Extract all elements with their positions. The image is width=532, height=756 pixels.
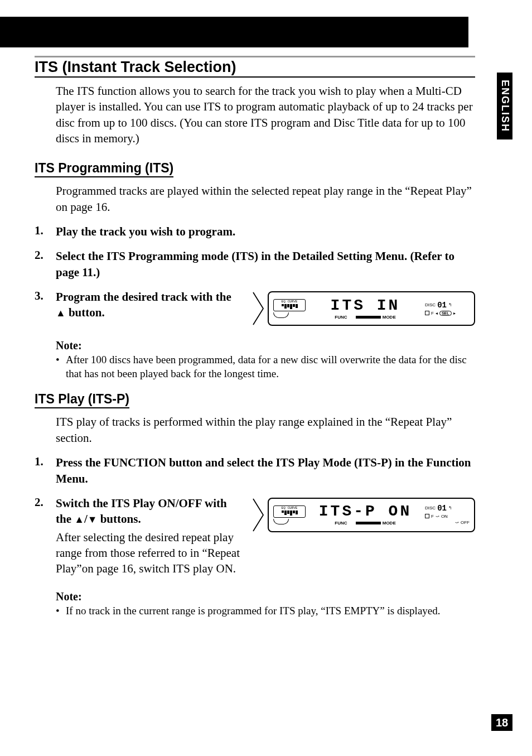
note-text: After 100 discs have been programmed, da… xyxy=(66,353,475,381)
lcd-figure-its-p-on: EQ CURVE ITS-P ON FUNC MODE DISC01↰ xyxy=(251,495,475,532)
its-intro-text: The ITS function allows you to search fo… xyxy=(56,83,475,146)
lcd-f-label: F xyxy=(431,514,434,519)
its-play-note: Note: • If no track in the current range… xyxy=(56,590,475,618)
step-text: Select the ITS Programming mode (ITS) in… xyxy=(56,248,475,280)
its-prog-step-1: 1. Play the track you wish to program. xyxy=(35,224,475,239)
its-programming-intro: Programmed tracks are played within the … xyxy=(56,183,475,215)
step-explain-text: After selecting the desired repeat play … xyxy=(56,529,240,577)
lcd-disc-label: DISC xyxy=(425,302,436,307)
lcd-mode-label: MODE xyxy=(383,315,396,320)
step-text: Play the track you wish to program. xyxy=(56,224,475,239)
lcd-func-label: FUNC xyxy=(335,315,347,320)
bullet-icon: • xyxy=(56,353,66,381)
its-play-intro: ITS play of tracks is performed within t… xyxy=(56,414,475,446)
eq-curve-box: EQ CURVE xyxy=(273,505,306,518)
lcd-display: EQ CURVE ITS-P ON FUNC MODE DISC01↰ xyxy=(268,498,475,532)
its-prog-step-2: 2. Select the ITS Programming mode (ITS)… xyxy=(35,248,475,280)
subheading-its-programming: ITS Programming (ITS) xyxy=(35,161,173,177)
lcd-figure-its-in: EQ CURVE ITS IN FUNC MODE DISC01↰ xyxy=(251,289,475,326)
lcd-f-label: F xyxy=(431,311,434,316)
its-prog-note: Note: • After 100 discs have been progra… xyxy=(56,339,475,381)
step-number: 3. xyxy=(35,289,56,326)
up-triangle-icon xyxy=(56,306,66,319)
lcd-func-label: FUNC xyxy=(335,521,347,526)
step-text: Press the FUNCTION button and select the… xyxy=(56,455,475,487)
lcd-off-label: OFF xyxy=(461,520,470,525)
section-heading-its: ITS (Instant Track Selection) xyxy=(35,56,475,78)
lcd-sel-label: SEL xyxy=(439,311,452,316)
down-triangle-icon xyxy=(88,512,98,526)
lcd-disc-number: 01 xyxy=(437,301,447,310)
step-text: Program the desired track with the butto… xyxy=(56,289,240,321)
eq-curve-box: EQ CURVE xyxy=(273,299,306,311)
page-number: 18 xyxy=(491,714,512,731)
its-play-step-1: 1. Press the FUNCTION button and select … xyxy=(35,455,475,487)
its-prog-step-3: 3. Program the desired track with the bu… xyxy=(35,289,475,326)
page-content: ITS (Instant Track Selection) The ITS fu… xyxy=(35,56,475,618)
its-play-step-2: 2. Switch the ITS Play ON/OFF with the /… xyxy=(35,495,475,577)
header-black-bar xyxy=(0,17,468,47)
pointer-icon xyxy=(251,498,264,532)
step-number: 2. xyxy=(35,248,56,280)
bullet-icon: • xyxy=(56,604,66,618)
lcd-main-text: ITS-P ON xyxy=(311,504,419,519)
lcd-disc-label: DISC xyxy=(425,505,436,511)
lcd-display: EQ CURVE ITS IN FUNC MODE DISC01↰ xyxy=(268,291,475,326)
language-side-tab: ENGLISH xyxy=(497,73,512,139)
step-number: 1. xyxy=(35,224,56,239)
note-label: Note: xyxy=(56,339,475,352)
lcd-main-text: ITS IN xyxy=(311,298,419,314)
lcd-mode-label: MODE xyxy=(383,521,396,526)
note-label: Note: xyxy=(56,590,475,603)
lcd-disc-number: 01 xyxy=(437,504,447,513)
up-triangle-icon xyxy=(74,512,84,526)
pointer-icon xyxy=(251,291,264,326)
step-number: 2. xyxy=(35,495,56,577)
step-text: Switch the ITS Play ON/OFF with the / bu… xyxy=(56,495,240,527)
subheading-its-play: ITS Play (ITS-P) xyxy=(35,392,129,408)
lcd-on-label: ON xyxy=(441,514,448,519)
step-number: 1. xyxy=(35,455,56,487)
note-text: If no track in the current range is prog… xyxy=(66,604,441,618)
